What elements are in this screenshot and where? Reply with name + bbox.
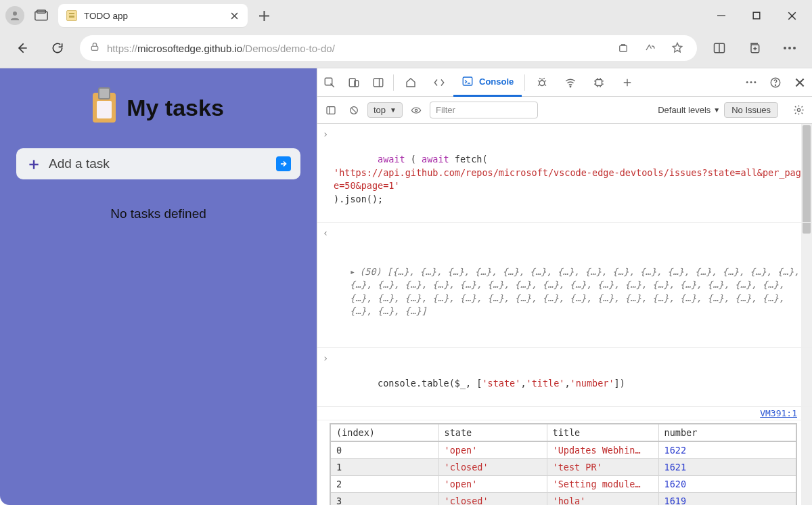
tab-performance[interactable] <box>585 68 613 97</box>
read-aloud-button[interactable] <box>640 38 660 58</box>
svg-point-16 <box>540 81 545 86</box>
svg-rect-4 <box>91 46 97 50</box>
svg-rect-3 <box>753 12 760 19</box>
svg-rect-24 <box>327 106 335 114</box>
table-row[interactable]: 2'open''Setting module…1620 <box>330 476 796 493</box>
tab-elements[interactable] <box>425 68 453 97</box>
table-header-row[interactable]: (index) state title number <box>330 424 796 441</box>
filter-input[interactable]: Filter <box>430 102 538 118</box>
cell-number: 1621 <box>658 459 796 476</box>
cell-state: 'open' <box>438 441 547 459</box>
url-box[interactable]: https://microsoftedge.github.io/Demos/de… <box>80 35 697 61</box>
devtools-help-button[interactable] <box>763 70 788 95</box>
console-table: (index) state title number 0'open''Updat… <box>330 423 797 505</box>
devtools-toolbar: Console <box>317 68 812 97</box>
browser-chrome: TODO app https://microsoftedge.github.io… <box>0 0 812 68</box>
cell-state: 'closed' <box>438 459 547 476</box>
clear-icon <box>348 105 359 116</box>
reload-icon <box>51 41 64 55</box>
console-input-line[interactable]: › await ( await fetch('https://api.githu… <box>317 124 812 223</box>
table-row[interactable]: 1'closed''test PR'1621 <box>330 459 796 476</box>
collections-button[interactable] <box>742 35 767 61</box>
workspaces-button[interactable] <box>30 5 53 26</box>
svg-rect-14 <box>374 79 383 87</box>
app-icon[interactable] <box>613 38 633 58</box>
table-row[interactable]: 0'open''Updates Webhin…1622 <box>330 441 796 459</box>
profile-button[interactable] <box>5 6 24 25</box>
devtools-more-button[interactable] <box>739 70 763 95</box>
close-icon <box>231 12 238 20</box>
tab-sources[interactable] <box>528 68 556 97</box>
issues-button[interactable]: No Issues <box>724 102 778 118</box>
reload-button[interactable] <box>45 35 70 61</box>
split-screen-button[interactable] <box>706 35 732 61</box>
tab-network[interactable] <box>556 68 585 97</box>
inspect-button[interactable] <box>317 70 342 95</box>
minimize-icon <box>717 12 725 20</box>
log-levels-selector[interactable]: Default levels▼ <box>658 105 720 115</box>
collections-icon <box>748 41 761 55</box>
prompt-icon: › <box>323 352 328 366</box>
svg-point-9 <box>788 47 791 49</box>
tab-favicon-icon <box>66 10 77 21</box>
array-preview[interactable]: ▸(50) [{…}, {…}, {…}, {…}, {…}, {…}, {…}… <box>338 265 805 318</box>
col-number[interactable]: number <box>658 424 796 441</box>
page-heading: My tasks <box>127 95 224 121</box>
console-input-line[interactable]: › console.table($_, ['state','title','nu… <box>317 348 812 407</box>
window-maximize-button[interactable] <box>742 5 771 26</box>
chevron-down-icon: ▼ <box>390 106 397 114</box>
more-button[interactable] <box>777 35 803 61</box>
cell-number: 1619 <box>658 493 796 505</box>
sidebar-toggle-button[interactable] <box>321 98 340 123</box>
live-expression-button[interactable] <box>407 98 426 123</box>
col-title[interactable]: title <box>547 424 658 441</box>
dock-icon <box>372 76 384 89</box>
add-task-placeholder: Add a task <box>49 156 276 171</box>
tab-welcome[interactable] <box>397 68 425 97</box>
dock-side-button[interactable] <box>366 70 390 95</box>
elements-icon <box>433 76 445 89</box>
tab-console[interactable]: Console <box>453 68 522 97</box>
back-button[interactable] <box>9 35 35 61</box>
window-close-button[interactable] <box>777 5 807 26</box>
inspect-icon <box>323 76 336 89</box>
new-tab-button[interactable] <box>253 5 275 26</box>
expand-icon[interactable]: ▸ <box>350 266 355 277</box>
cell-number: 1620 <box>658 476 796 493</box>
bug-icon <box>536 76 548 89</box>
split-icon <box>713 41 726 55</box>
device-emulation-button[interactable] <box>342 70 366 95</box>
devtools-close-button[interactable] <box>788 70 812 95</box>
cell-index: 1 <box>330 459 438 476</box>
console-settings-button[interactable] <box>789 98 808 123</box>
svg-rect-18 <box>596 79 602 85</box>
clear-console-button[interactable] <box>344 98 363 123</box>
col-state[interactable]: state <box>438 424 547 441</box>
add-task-input[interactable]: ＋ Add a task <box>16 148 300 179</box>
table-row[interactable]: 3'closed''hola'1619 <box>330 493 796 505</box>
help-icon <box>769 76 782 89</box>
tab-close-button[interactable] <box>229 10 240 21</box>
eye-icon <box>411 105 422 116</box>
svg-point-26 <box>415 109 417 111</box>
close-icon <box>795 78 805 87</box>
cell-number: 1622 <box>658 441 796 459</box>
favorite-button[interactable] <box>667 38 687 58</box>
console-output: › await ( await fetch('https://api.githu… <box>317 124 812 505</box>
tab-more[interactable] <box>613 68 641 97</box>
plus-icon <box>621 76 633 89</box>
console-toolbar: top▼ Filter Default levels▼ No Issues <box>317 97 812 124</box>
ellipsis-icon <box>745 81 757 84</box>
svg-point-21 <box>754 81 756 83</box>
home-icon <box>405 76 417 89</box>
source-link[interactable]: VM391:1 <box>317 407 812 420</box>
console-result-line[interactable]: ‹ ▸(50) [{…}, {…}, {…}, {…}, {…}, {…}, {… <box>317 223 812 348</box>
col-index[interactable]: (index) <box>330 424 438 441</box>
window-minimize-button[interactable] <box>706 5 736 26</box>
browser-tab[interactable]: TODO app <box>58 4 248 27</box>
submit-task-button[interactable] <box>276 156 291 171</box>
context-selector[interactable]: top▼ <box>367 102 403 118</box>
profile-icon <box>9 9 21 22</box>
tab-title: TODO app <box>84 11 223 21</box>
cell-title: 'Setting module… <box>547 476 658 493</box>
